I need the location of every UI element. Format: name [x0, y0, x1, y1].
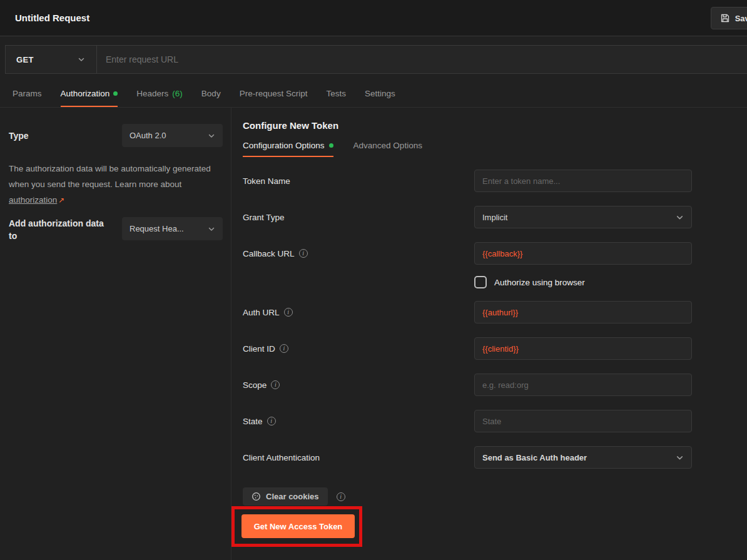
client-id-label: Client ID i	[243, 344, 474, 354]
scope-label-text: Scope	[243, 380, 267, 390]
grant-type-label: Grant Type	[243, 213, 474, 222]
request-title: Untitled Request	[15, 13, 89, 23]
info-icon[interactable]: i	[271, 380, 280, 389]
token-name-input[interactable]	[474, 170, 692, 192]
chevron-down-icon	[208, 132, 215, 140]
tab-configuration-options-label: Configuration Options	[243, 141, 325, 150]
state-label-text: State	[243, 417, 263, 426]
grant-type-value: Implicit	[482, 213, 507, 222]
form-row-scope: Scope i	[231, 374, 747, 396]
client-authentication-dropdown[interactable]: Send as Basic Auth header	[474, 446, 692, 469]
request-tabs: Params Authorization Headers (6) Body Pr…	[0, 81, 747, 108]
state-input[interactable]	[474, 410, 692, 432]
tab-pre-request-script[interactable]: Pre-request Script	[240, 81, 308, 107]
authorization-link[interactable]: authorization	[9, 195, 57, 205]
request-header: Untitled Request Save	[0, 0, 747, 36]
clear-cookies-label: Clear cookies	[266, 492, 319, 501]
chevron-down-icon	[676, 213, 684, 221]
token-tabs: Configuration Options Advanced Options	[243, 141, 747, 157]
auth-url-label: Auth URL i	[243, 308, 474, 317]
tab-params-label: Params	[13, 89, 42, 98]
form-row-authorize-browser: Authorize using browser	[231, 276, 747, 288]
chevron-down-icon	[208, 225, 215, 233]
scope-input[interactable]	[474, 374, 692, 396]
tab-body[interactable]: Body	[201, 81, 221, 107]
modified-dot-icon	[113, 91, 118, 96]
tab-settings-label: Settings	[365, 89, 395, 98]
tab-pre-request-script-label: Pre-request Script	[240, 89, 308, 98]
headers-count-badge: (6)	[172, 89, 183, 98]
modified-dot-icon	[329, 143, 333, 148]
annotation-highlight-box: Get New Access Token	[231, 506, 362, 547]
auth-url-input[interactable]	[474, 301, 692, 323]
grant-type-dropdown[interactable]: Implicit	[474, 206, 692, 228]
tab-tests-label: Tests	[326, 89, 346, 98]
tab-advanced-options[interactable]: Advanced Options	[353, 141, 422, 157]
auth-url-label-text: Auth URL	[243, 308, 280, 317]
type-label: Type	[9, 130, 122, 142]
token-form: Token Name Grant Type Implicit	[231, 170, 747, 469]
chevron-down-icon	[78, 56, 85, 63]
save-button[interactable]: Save	[711, 7, 747, 29]
add-auth-dropdown[interactable]: Request Hea...	[122, 217, 223, 240]
authorize-browser-checkbox[interactable]	[474, 276, 487, 288]
auth-type-dropdown[interactable]: OAuth 2.0	[122, 124, 223, 147]
grant-type-label-text: Grant Type	[243, 213, 285, 222]
save-button-label: Save	[735, 14, 747, 23]
save-icon	[720, 13, 730, 23]
tab-tests[interactable]: Tests	[326, 81, 346, 107]
method-value: GET	[16, 55, 34, 64]
configure-token-panel: Configure New Token Configuration Option…	[231, 108, 747, 560]
auth-description-text: The authorization data will be automatic…	[9, 164, 211, 189]
form-row-token-name: Token Name	[231, 170, 747, 192]
clear-cookies-button[interactable]: Clear cookies	[243, 487, 328, 506]
state-label: State i	[243, 417, 474, 426]
client-id-input[interactable]	[474, 337, 692, 360]
callback-url-label-text: Callback URL	[243, 249, 295, 258]
cookies-row: Clear cookies i	[231, 487, 747, 506]
client-authentication-label: Client Authentication	[243, 453, 474, 462]
request-url-input[interactable]	[97, 46, 747, 73]
tab-authorization[interactable]: Authorization	[61, 81, 118, 107]
auth-description: The authorization data will be automatic…	[9, 161, 219, 208]
client-id-label-text: Client ID	[243, 344, 275, 354]
authorize-browser-label: Authorize using browser	[494, 278, 585, 287]
token-name-label-text: Token Name	[243, 176, 290, 186]
scope-label: Scope i	[243, 380, 474, 390]
authorization-pane: Type OAuth 2.0 The authorization data wi…	[0, 108, 747, 560]
info-icon[interactable]: i	[299, 249, 308, 258]
external-link-icon: ↗	[58, 196, 64, 205]
client-authentication-label-text: Client Authentication	[243, 453, 320, 462]
token-name-label: Token Name	[243, 176, 474, 186]
tab-settings[interactable]: Settings	[365, 81, 395, 107]
tab-advanced-options-label: Advanced Options	[353, 141, 422, 150]
info-icon[interactable]: i	[284, 308, 293, 317]
url-bar: GET	[5, 45, 747, 74]
info-icon[interactable]: i	[337, 492, 345, 501]
auth-sidebar: Type OAuth 2.0 The authorization data wi…	[0, 108, 231, 560]
tab-authorization-label: Authorization	[61, 89, 110, 98]
tab-headers[interactable]: Headers (6)	[136, 81, 183, 107]
tab-params[interactable]: Params	[13, 81, 42, 107]
form-row-client-id: Client ID i	[231, 337, 747, 360]
app-window: Untitled Request Save GET Params	[0, 0, 747, 560]
tab-headers-label: Headers	[136, 89, 168, 98]
callback-url-label: Callback URL i	[243, 249, 474, 258]
auth-type-value: OAuth 2.0	[130, 131, 166, 140]
auth-type-row: Type OAuth 2.0	[9, 124, 223, 147]
add-auth-row: Add authorization data to Request Hea...	[9, 217, 223, 242]
get-new-access-token-button[interactable]: Get New Access Token	[241, 514, 355, 538]
chevron-down-icon	[676, 454, 684, 462]
callback-url-input[interactable]	[474, 242, 692, 265]
form-row-grant-type: Grant Type Implicit	[231, 206, 747, 228]
form-row-callback-url: Callback URL i	[231, 242, 747, 265]
add-auth-label: Add authorization data to	[9, 217, 122, 242]
cookie-icon	[252, 492, 261, 501]
form-row-client-authentication: Client Authentication Send as Basic Auth…	[231, 446, 747, 469]
form-row-state: State i	[231, 410, 747, 432]
configure-token-title: Configure New Token	[243, 120, 747, 131]
tab-configuration-options[interactable]: Configuration Options	[243, 141, 333, 157]
info-icon[interactable]: i	[280, 344, 288, 353]
method-dropdown[interactable]: GET	[6, 46, 97, 73]
info-icon[interactable]: i	[267, 417, 276, 425]
